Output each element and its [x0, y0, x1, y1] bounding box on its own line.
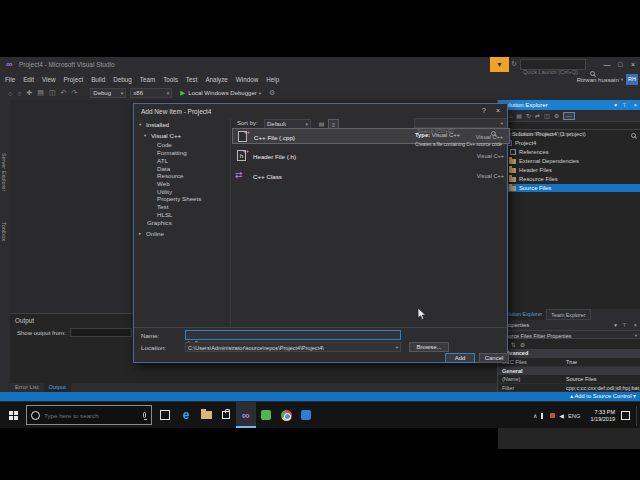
network-icon[interactable] — [541, 413, 543, 419]
template-header-file[interactable]: h++ Header File (.h) Visual C++ — [232, 148, 510, 164]
menu-analyze[interactable]: Analyze — [205, 76, 227, 83]
refresh-icon[interactable]: ↻ — [511, 60, 517, 68]
taskbar-search-input[interactable] — [40, 412, 143, 419]
close-icon[interactable]: × — [634, 322, 637, 328]
add-to-source-control-button[interactable]: ▴ Add to Source Control ▾ — [570, 393, 636, 399]
tree-item-solution[interactable]: Solution 'Project4' (1 project) — [498, 130, 640, 138]
nav-atl[interactable]: ATL — [157, 157, 168, 164]
menu-help[interactable]: Help — [266, 76, 279, 83]
alphabetical-sort-icon[interactable]: ⇅ — [511, 341, 516, 348]
preview-selected-items-icon[interactable]: — — [563, 112, 575, 120]
menu-tools[interactable]: Tools — [163, 76, 178, 83]
file-explorer-taskbar-button[interactable] — [196, 402, 216, 428]
tab-output[interactable]: Output — [44, 383, 71, 392]
tray-app-icon[interactable] — [550, 413, 555, 418]
template-cpp-class[interactable]: ⇄ C++ Class Visual C++ — [232, 168, 510, 184]
server-explorer-tab[interactable]: Server Explorer — [1, 153, 7, 191]
clock[interactable]: 7:33 PM 1/19/2019 — [591, 409, 615, 422]
menu-team[interactable]: Team — [140, 76, 155, 83]
open-file-icon[interactable]: ▤ — [37, 89, 44, 97]
nav-back-icon[interactable]: ○ — [8, 90, 12, 97]
task-view-button[interactable] — [160, 410, 170, 420]
toolbox-tab[interactable]: Toolbox — [1, 222, 7, 241]
store-taskbar-button[interactable] — [216, 402, 236, 428]
chrome-taskbar-button[interactable] — [276, 402, 296, 428]
menu-debug[interactable]: Debug — [113, 76, 132, 83]
help-icon[interactable]: ? — [479, 107, 489, 114]
volume-icon[interactable]: ◀ — [559, 412, 564, 419]
property-category-advanced[interactable]: Advanced — [498, 349, 640, 358]
properties-object-dropdown[interactable]: Source Files Filter Properties ▾ — [498, 330, 640, 339]
start-button[interactable] — [0, 402, 24, 429]
nav-graphics[interactable]: Graphics — [147, 219, 172, 226]
expanded-chevron-icon[interactable]: ▾ — [144, 133, 146, 138]
tab-error-list[interactable]: Error List — [10, 383, 44, 392]
property-row[interactable]: (Name) Source Files — [498, 375, 640, 384]
nav-formatting[interactable]: Formatting — [157, 149, 187, 156]
expanded-chevron-icon[interactable]: ▾ — [139, 122, 141, 127]
edge-taskbar-button[interactable]: e — [176, 402, 196, 428]
menu-window[interactable]: Window — [236, 76, 258, 83]
nav-hlsl[interactable]: HLSL — [157, 211, 172, 218]
nav-property-sheets[interactable]: Property Sheets — [157, 195, 201, 202]
nav-utility[interactable]: Utility — [157, 188, 172, 195]
menu-project[interactable]: Project — [64, 76, 84, 83]
quick-launch-box[interactable] — [520, 59, 586, 70]
sync-with-active-document-icon[interactable]: ⇄ — [535, 112, 540, 119]
tab-team-explorer[interactable]: Team Explorer — [546, 309, 590, 320]
properties-icon[interactable]: ⚙ — [554, 112, 559, 119]
show-output-from-dropdown[interactable] — [70, 328, 132, 337]
language-indicator[interactable]: ENG — [568, 413, 581, 419]
add-button[interactable]: Add — [445, 353, 475, 363]
item-name-field[interactable] — [185, 330, 401, 340]
switch-views-icon[interactable]: ▤ — [516, 112, 522, 119]
pending-changes-filter-icon[interactable]: ↻ — [526, 112, 531, 119]
cancel-button[interactable]: Cancel — [479, 353, 509, 363]
property-category-general[interactable]: General — [498, 367, 640, 376]
window-position-chevron-icon[interactable]: ▾ — [614, 322, 617, 328]
nav-web[interactable]: Web — [157, 180, 170, 187]
start-debugging-play-icon[interactable]: ▶ — [180, 89, 185, 97]
nav-code[interactable]: Code — [157, 141, 172, 148]
show-desktop-button[interactable] — [636, 406, 637, 426]
collapsed-chevron-icon[interactable]: ▸ — [139, 231, 141, 236]
nav-test[interactable]: Test — [157, 203, 168, 210]
close-button[interactable]: × — [627, 59, 639, 71]
tree-item-project[interactable]: Project4 — [498, 139, 640, 147]
blue-app-taskbar-button[interactable] — [296, 402, 316, 428]
template-search-box[interactable]: ▾ — [414, 118, 506, 128]
nav-forward-icon[interactable]: ○ — [17, 90, 21, 97]
restore-button[interactable]: □ — [614, 59, 626, 71]
menu-view[interactable]: View — [42, 76, 56, 83]
pin-icon[interactable]: ⊤ — [622, 102, 627, 108]
close-icon[interactable]: × — [493, 107, 503, 114]
sort-by-dropdown[interactable]: Default ▾ — [264, 119, 311, 129]
chevron-down-icon[interactable]: ▾ — [259, 91, 261, 96]
close-icon[interactable]: × — [634, 102, 637, 108]
action-center-button[interactable] — [621, 411, 630, 420]
taskbar-search-box[interactable] — [26, 405, 152, 425]
save-icon[interactable]: ◫ — [49, 89, 56, 97]
green-app-taskbar-button[interactable] — [256, 402, 276, 428]
nav-online[interactable]: Online — [146, 230, 164, 237]
collapse-all-icon[interactable]: ◫ — [544, 112, 550, 119]
tree-item-resource-files[interactable]: Resource Files — [498, 175, 640, 183]
attach-icon[interactable]: ⚙ — [269, 89, 275, 97]
menu-file[interactable]: File — [5, 76, 15, 83]
solution-platforms-dropdown[interactable]: x86 ▾ — [130, 88, 172, 98]
nav-visual-cpp[interactable]: Visual C++ — [151, 132, 181, 139]
location-dropdown[interactable]: C:\Users\Administrator\source\repos\Proj… — [185, 342, 401, 352]
tree-item-references[interactable]: ▸ References — [498, 148, 640, 156]
undo-icon[interactable]: ↶ — [61, 89, 67, 97]
start-debugging-button[interactable]: Local Windows Debugger — [188, 90, 256, 96]
show-hidden-icons-button[interactable]: ∧ — [533, 412, 537, 419]
menu-build[interactable]: Build — [91, 76, 105, 83]
signed-in-user[interactable]: Rizwan hussain — [577, 77, 619, 83]
property-row[interactable]: SCC Files True — [498, 358, 640, 367]
solution-configurations-dropdown[interactable]: Debug ▾ — [90, 88, 126, 98]
tree-item-header-files[interactable]: Header Files — [498, 166, 640, 174]
solution-explorer-search-box[interactable] — [498, 121, 640, 130]
new-file-icon[interactable]: ✚ — [26, 89, 32, 97]
tree-item-external-dependencies[interactable]: External Dependencies — [498, 157, 640, 165]
tree-item-source-files[interactable]: Source Files — [498, 184, 640, 192]
